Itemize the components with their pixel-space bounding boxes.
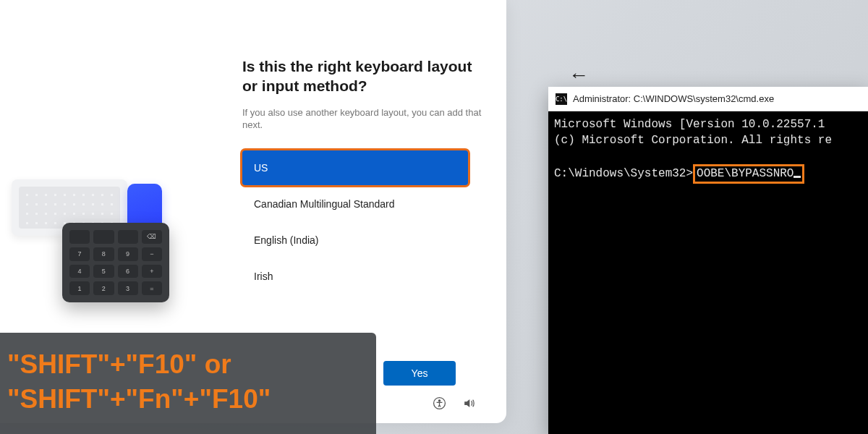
cmd-command: OOBE\BYPASSNRO bbox=[697, 167, 793, 180]
cmd-window: C:\ Administrator: C:\WINDOWS\system32\c… bbox=[548, 87, 868, 434]
cmd-title-text: Administrator: C:\WINDOWS\system32\cmd.e… bbox=[573, 93, 774, 104]
oobe-title: Is this the right keyboard layout or inp… bbox=[242, 56, 488, 96]
cmd-prompt: C:\Windows\System32> bbox=[554, 167, 693, 180]
keyboard-layout-item-canadian[interactable]: Canadian Multilingual Standard bbox=[242, 187, 468, 221]
illustration-numpad: ⌫ 789− 456+ 123= bbox=[62, 223, 169, 302]
keyboard-layout-item-english-india[interactable]: English (India) bbox=[242, 223, 468, 258]
oobe-subtitle: If you also use another keyboard layout,… bbox=[242, 106, 488, 132]
caption-line-1: "SHIFT"+"F10" or bbox=[7, 347, 365, 382]
svg-point-1 bbox=[438, 400, 440, 401]
cmd-command-highlight: OOBE\BYPASSNRO bbox=[693, 164, 804, 184]
keyboard-illustration: ⌫ 789− 456+ 123= bbox=[6, 179, 187, 310]
cmd-banner-line2: (c) Microsoft Corporation. All rights re bbox=[554, 134, 832, 147]
cmd-banner-line1: Microsoft Windows [Version 10.0.22557.1 bbox=[554, 118, 825, 131]
system-tray bbox=[433, 396, 476, 413]
caption-line-2: "SHIFT"+"Fn"+"F10" bbox=[7, 382, 365, 417]
volume-icon[interactable] bbox=[462, 396, 476, 413]
cmd-cursor bbox=[793, 176, 801, 178]
cmd-body[interactable]: Microsoft Windows [Version 10.0.22557.1 … bbox=[548, 111, 868, 434]
oobe-content: Is this the right keyboard layout or inp… bbox=[242, 56, 488, 294]
accessibility-icon[interactable] bbox=[433, 396, 446, 413]
cmd-icon: C:\ bbox=[556, 93, 567, 105]
keyboard-layout-list: US Canadian Multilingual Standard Englis… bbox=[242, 150, 468, 294]
keyboard-layout-item-irish[interactable]: Irish bbox=[242, 259, 468, 294]
yes-button[interactable]: Yes bbox=[383, 361, 456, 386]
cmd-titlebar[interactable]: C:\ Administrator: C:\WINDOWS\system32\c… bbox=[548, 87, 868, 111]
hotkey-caption: "SHIFT"+"F10" or "SHIFT"+"Fn"+"F10" bbox=[0, 333, 376, 434]
back-arrow-icon[interactable]: ← bbox=[569, 64, 589, 87]
keyboard-layout-item-us[interactable]: US bbox=[242, 150, 468, 185]
